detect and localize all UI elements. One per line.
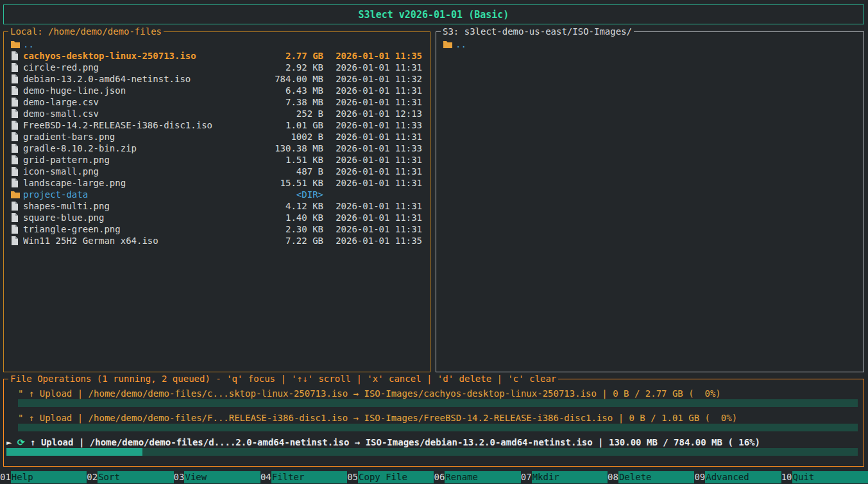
fn-key-label: Delete xyxy=(618,471,694,483)
fn-key-number: 07 xyxy=(521,471,532,483)
file-size: 1.51 KB xyxy=(251,155,323,165)
file-name: icon-small.png xyxy=(23,166,251,177)
file-row[interactable]: gradle-8.10.2-bin.zip130.38 MB2026-01-01… xyxy=(8,143,425,154)
file-size: 7.22 GB xyxy=(251,236,323,246)
fn-key-delete[interactable]: 08Delete xyxy=(608,471,694,483)
file-size: 4.12 KB xyxy=(251,201,323,211)
operation-action: Upload xyxy=(35,437,73,447)
operation-progress-text: 0 B / 2.77 GB ( 0%) xyxy=(613,388,721,399)
folder-icon xyxy=(8,191,23,198)
separator: | xyxy=(72,413,88,423)
fn-key-filter[interactable]: 04Filter xyxy=(260,471,347,483)
parent-dir-row[interactable]: .. xyxy=(8,39,425,50)
file-date: 2026-01-01 11:31 xyxy=(323,201,425,211)
file-date: 2026-01-01 12:13 xyxy=(323,108,425,119)
file-row[interactable]: triangle-green.png2.30 KB2026-01-01 11:3… xyxy=(8,223,425,235)
file-date: 2026-01-01 11:31 xyxy=(323,132,425,142)
file-row[interactable]: FreeBSD-14.2-RELEASE-i386-disc1.iso1.01 … xyxy=(8,119,425,131)
s3-panel-title: S3: s3lect-demo-us-east/ISO-Images/ xyxy=(441,26,634,37)
local-panel: Local: /home/demo/demo-files ..cachyos-d… xyxy=(3,31,430,372)
operation-source-path: /home/demo/demo-files/c...sktop-linux-25… xyxy=(89,388,348,399)
file-name: cachyos-desktop-linux-250713.iso xyxy=(23,51,251,61)
file-date: 2026-01-01 11:31 xyxy=(323,155,425,165)
fn-key-advanced[interactable]: 09Advanced xyxy=(694,471,781,483)
app-title: S3lect v2026-01-01 (Basic) xyxy=(359,9,509,21)
operation-source-path: /home/demo/demo-files/F...RELEASE-i386-d… xyxy=(89,413,348,423)
file-row[interactable]: demo-large.csv7.38 MB2026-01-01 11:31 xyxy=(8,96,425,108)
file-date: 2026-01-01 11:31 xyxy=(323,224,425,234)
file-row[interactable]: icon-small.png487 B2026-01-01 11:31 xyxy=(8,166,425,177)
file-row[interactable]: demo-huge-line.json6.43 MB2026-01-01 11:… xyxy=(8,85,425,96)
file-name: gradient-bars.png xyxy=(23,132,251,142)
fn-key-label: Quit xyxy=(792,471,868,483)
file-size: 2.77 GB xyxy=(251,51,323,61)
operations-list[interactable]: " ↑ Upload | /home/demo/demo-files/c...s… xyxy=(6,388,858,456)
file-name: triangle-green.png xyxy=(23,224,251,234)
file-size: 487 B xyxy=(251,166,323,177)
file-date: 2026-01-01 11:33 xyxy=(323,120,425,130)
fn-key-copy-file[interactable]: 05Copy File xyxy=(347,471,434,483)
transfer-arrow-icon: → xyxy=(348,413,364,423)
separator: | xyxy=(613,413,629,423)
file-icon xyxy=(8,225,23,234)
fn-key-mkdir[interactable]: 07Mkdir xyxy=(521,471,608,483)
operation-dest-path: ISO-Images/debian-13.2.0-amd64-netinst.i… xyxy=(366,437,593,447)
file-name: square-blue.png xyxy=(23,212,251,223)
file-row[interactable]: cachyos-desktop-linux-250713.iso2.77 GB2… xyxy=(8,50,425,62)
file-row[interactable]: square-blue.png1.40 KB2026-01-01 11:31 xyxy=(8,212,425,223)
file-icon xyxy=(8,236,23,245)
operation-row-queued[interactable]: " ↑ Upload | /home/demo/demo-files/c...s… xyxy=(6,388,858,407)
progress-bar-fill xyxy=(6,448,142,456)
fn-key-number: 05 xyxy=(347,471,358,483)
file-icon xyxy=(8,98,23,107)
file-row[interactable]: circle-red.png2.92 KB2026-01-01 11:31 xyxy=(8,62,425,73)
fn-key-sort[interactable]: 02Sort xyxy=(87,471,173,483)
fn-key-rename[interactable]: 06Rename xyxy=(434,471,520,483)
file-icon xyxy=(8,109,23,118)
transfer-arrow-icon: → xyxy=(349,437,365,447)
operation-text: " ↑ Upload | /home/demo/demo-files/c...s… xyxy=(18,388,858,399)
file-row[interactable]: demo-small.csv252 B2026-01-01 12:13 xyxy=(8,108,425,119)
file-row[interactable]: debian-13.2.0-amd64-netinst.iso784.00 MB… xyxy=(8,73,425,85)
fn-key-number: 01 xyxy=(0,471,11,483)
folder-icon xyxy=(8,40,23,48)
separator: | xyxy=(72,388,88,399)
folder-icon xyxy=(440,40,455,48)
operation-dest-path: ISO-Images/FreeBSD-14.2-RELEASE-i386-dis… xyxy=(364,413,613,423)
file-name: FreeBSD-14.2-RELEASE-i386-disc1.iso xyxy=(23,120,251,130)
local-panel-title: Local: /home/demo/demo-files xyxy=(8,26,164,37)
file-name: demo-large.csv xyxy=(23,97,251,107)
file-name: shapes-multi.png xyxy=(23,201,251,211)
file-date: 2026-01-01 11:31 xyxy=(323,212,425,223)
spinner-icon: ⟳ xyxy=(12,437,24,447)
operation-dest-path: ISO-Images/cachyos-desktop-linux-250713.… xyxy=(364,388,596,399)
file-name: circle-red.png xyxy=(23,62,251,73)
fn-key-number: 10 xyxy=(781,471,792,483)
fn-key-quit[interactable]: 10Quit xyxy=(781,471,868,483)
file-date: 2026-01-01 11:31 xyxy=(323,97,425,107)
fn-key-help[interactable]: 01Help xyxy=(0,471,87,483)
file-size: 7.38 MB xyxy=(251,97,323,107)
file-row[interactable]: Win11_25H2_German_x64.iso7.22 GB2026-01-… xyxy=(8,235,425,246)
s3-panel: S3: s3lect-demo-us-east/ISO-Images/ .. xyxy=(436,31,864,372)
local-file-list[interactable]: ..cachyos-desktop-linux-250713.iso2.77 G… xyxy=(4,32,430,246)
function-key-bar: 01Help02Sort03View04Filter05Copy File06R… xyxy=(0,471,868,483)
file-date: 2026-01-01 11:32 xyxy=(323,74,425,84)
operation-source-path: /home/demo/demo-files/d....2.0-amd64-net… xyxy=(90,437,350,447)
file-size: 2.30 KB xyxy=(251,224,323,234)
file-row[interactable]: shapes-multi.png4.12 KB2026-01-01 11:31 xyxy=(8,200,425,212)
file-size: 130.38 MB xyxy=(251,143,323,153)
file-row[interactable]: grid-pattern.png1.51 KB2026-01-01 11:31 xyxy=(8,154,425,166)
operation-row-running[interactable]: ► ⟳ ↑ Upload | /home/demo/demo-files/d..… xyxy=(6,436,858,456)
file-name: .. xyxy=(23,39,251,49)
file-date: 2026-01-01 11:31 xyxy=(323,166,425,177)
operation-text: ► ⟳ ↑ Upload | /home/demo/demo-files/d..… xyxy=(6,436,858,448)
directory-row[interactable]: project-data<DIR> xyxy=(8,189,425,200)
fn-key-view[interactable]: 03View xyxy=(174,471,260,483)
operation-row-queued[interactable]: " ↑ Upload | /home/demo/demo-files/F...R… xyxy=(6,412,858,431)
progress-bar xyxy=(6,448,858,456)
file-row[interactable]: gradient-bars.png1002 B2026-01-01 11:31 xyxy=(8,131,425,143)
file-name: .. xyxy=(455,39,685,49)
file-row[interactable]: landscape-large.png15.51 KB2026-01-01 11… xyxy=(8,177,425,189)
parent-dir-row[interactable]: .. xyxy=(440,39,858,50)
